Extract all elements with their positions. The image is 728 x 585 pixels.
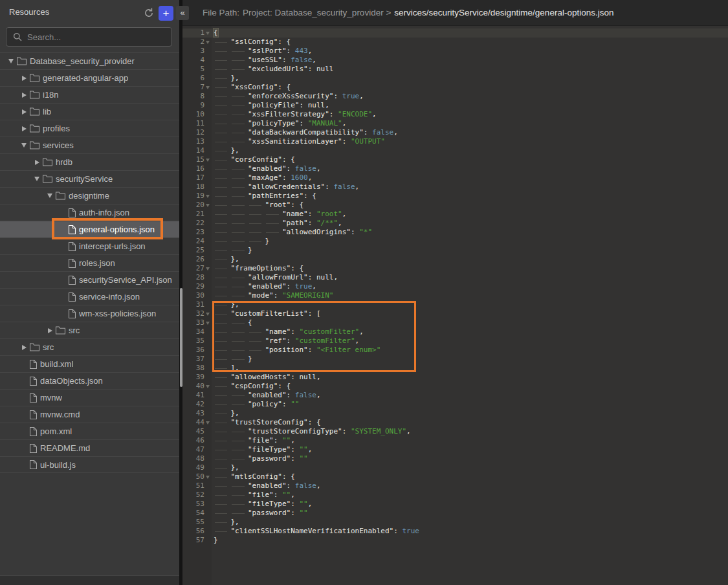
collapse-arrow-icon[interactable] [47, 193, 52, 198]
expand-arrow-icon[interactable] [22, 76, 27, 81]
code-line-26[interactable]: 26}, [182, 255, 728, 264]
add-button[interactable]: + [159, 6, 173, 21]
tree-item-build.xml[interactable]: build.xml [0, 355, 179, 372]
code-line-27[interactable]: 27"frameOptions": { [182, 264, 728, 273]
code-line-6[interactable]: 6}, [182, 74, 728, 83]
tree-item-securityService[interactable]: securityService [0, 170, 179, 187]
code-line-3[interactable]: 3"sslPort": 443, [182, 47, 728, 56]
tree-item-intercept-urls.json[interactable]: intercept-urls.json [0, 237, 179, 254]
fold-arrow-icon[interactable] [204, 28, 212, 38]
fold-arrow-icon[interactable] [204, 472, 212, 481]
search-box[interactable] [6, 27, 172, 47]
expand-arrow-icon[interactable] [22, 126, 27, 131]
tree-item-lib[interactable]: lib [0, 103, 179, 120]
code-line-8[interactable]: 8"enforceXssSecurity": true, [182, 92, 728, 101]
tree-item-mvnw[interactable]: mvnw [0, 389, 179, 406]
code-line-40[interactable]: 40"cspConfig": { [182, 382, 728, 391]
code-line-5[interactable]: 5"excludedUrls": null [182, 65, 728, 74]
collapse-arrow-icon[interactable] [21, 143, 27, 148]
code-line-30[interactable]: 30"mode": "SAMEORIGIN" [182, 291, 728, 300]
search-input[interactable] [27, 32, 171, 42]
code-line-41[interactable]: 41"enabled": false, [182, 391, 728, 400]
tree-item-src[interactable]: src [0, 322, 179, 338]
fold-arrow-icon[interactable] [204, 264, 212, 273]
code-line-18[interactable]: 18"allowCredentials": false, [182, 182, 728, 192]
sidebar-scrollbar-thumb[interactable] [180, 288, 182, 387]
code-line-51[interactable]: 51"enabled": false, [182, 481, 728, 491]
code-line-47[interactable]: 47"fileType": "", [182, 445, 728, 454]
tree-item-roles.json[interactable]: roles.json [0, 254, 179, 271]
code-line-32[interactable]: 32"customFilterList": [ [182, 309, 728, 318]
code-line-2[interactable]: 2"sslConfig": { [182, 38, 728, 47]
tree-item-README.md[interactable]: README.md [0, 439, 179, 456]
code-line-20[interactable]: 20"root": { [182, 201, 728, 210]
tree-item-mvnw.cmd[interactable]: mvnw.cmd [0, 406, 179, 423]
fold-arrow-icon[interactable] [204, 418, 212, 427]
code-line-31[interactable]: 31}, [182, 300, 728, 309]
code-line-33[interactable]: 33{ [182, 318, 728, 327]
fold-arrow-icon[interactable] [204, 382, 212, 391]
code-line-36[interactable]: 36"position": "<Filter enum>" [182, 346, 728, 355]
code-line-50[interactable]: 50"mtlsConfig": { [182, 472, 728, 481]
code-line-1[interactable]: 1{ [182, 28, 728, 38]
expand-arrow-icon[interactable] [22, 93, 27, 98]
tree-item-Database_security_provider[interactable]: Database_security_provider [0, 52, 179, 69]
tree-item-profiles[interactable]: profiles [0, 120, 179, 137]
code-line-11[interactable]: 11"policyType": "MANUAL", [182, 119, 728, 128]
code-line-9[interactable]: 9"policyFile": null, [182, 101, 728, 110]
tree-item-wm-xss-policies.json[interactable]: wm-xss-policies.json [0, 305, 179, 322]
code-line-53[interactable]: 53"fileType": "", [182, 500, 728, 509]
refresh-button[interactable] [142, 7, 155, 20]
code-line-12[interactable]: 12"dataBackwardCompatibility": false, [182, 128, 728, 137]
tree-item-services[interactable]: services [0, 137, 179, 153]
code-line-34[interactable]: 34"name": "customFilter", [182, 327, 728, 337]
code-line-22[interactable]: 22"path": "/**", [182, 219, 728, 228]
code-line-17[interactable]: 17"maxAge": 1600, [182, 173, 728, 182]
fold-arrow-icon[interactable] [204, 318, 212, 327]
collapse-panel-button[interactable]: « [176, 6, 189, 20]
code-line-44[interactable]: 44"trustStoreConfig": { [182, 418, 728, 427]
code-line-37[interactable]: 37} [182, 355, 728, 364]
code-line-21[interactable]: 21"name": "root", [182, 210, 728, 219]
fold-arrow-icon[interactable] [204, 192, 212, 201]
code-line-42[interactable]: 42"policy": "" [182, 400, 728, 409]
code-line-13[interactable]: 13"xssSanitizationLayer": "OUTPUT" [182, 137, 728, 146]
code-line-29[interactable]: 29"enabled": true, [182, 282, 728, 291]
fold-arrow-icon[interactable] [204, 155, 212, 164]
code-line-19[interactable]: 19"pathEntries": { [182, 192, 728, 201]
code-line-25[interactable]: 25} [182, 246, 728, 255]
fold-arrow-icon[interactable] [204, 38, 212, 47]
code-line-52[interactable]: 52"file": "", [182, 491, 728, 500]
code-line-14[interactable]: 14}, [182, 146, 728, 155]
code-line-28[interactable]: 28"allowFromUrl": null, [182, 273, 728, 282]
code-line-7[interactable]: 7"xssConfig": { [182, 83, 728, 92]
expand-arrow-icon[interactable] [22, 109, 27, 115]
expand-arrow-icon[interactable] [35, 160, 39, 165]
code-line-49[interactable]: 49}, [182, 463, 728, 472]
code-line-46[interactable]: 46"file": "", [182, 436, 728, 445]
code-line-35[interactable]: 35"ref": "customFilter", [182, 337, 728, 346]
fold-arrow-icon[interactable] [204, 201, 212, 210]
expand-arrow-icon[interactable] [22, 345, 27, 350]
fold-arrow-icon[interactable] [204, 83, 212, 92]
fold-arrow-icon[interactable] [204, 309, 212, 318]
code-line-4[interactable]: 4"useSSL": false, [182, 56, 728, 65]
collapse-arrow-icon[interactable] [8, 59, 14, 63]
expand-arrow-icon[interactable] [48, 328, 52, 333]
code-line-56[interactable]: 56"clientSSLHostNameVerificationEnabled"… [182, 527, 728, 536]
code-line-23[interactable]: 23"allowedOrigins": "*" [182, 228, 728, 237]
tree-item-securityService_API.json[interactable]: securityService_API.json [0, 271, 179, 288]
code-editor[interactable]: 1{2"sslConfig": {3"sslPort": 443,4"useSS… [182, 26, 728, 585]
code-line-43[interactable]: 43}, [182, 409, 728, 418]
sidebar-horizontal-scrollbar[interactable] [0, 575, 179, 585]
tree-item-i18n[interactable]: i18n [0, 86, 179, 103]
code-line-48[interactable]: 48"password": "" [182, 454, 728, 463]
tree-item-service-info.json[interactable]: service-info.json [0, 288, 179, 305]
tree-item-src[interactable]: src [0, 338, 179, 355]
tree-item-auth-info.json[interactable]: auth-info.json [0, 204, 179, 221]
code-line-38[interactable]: 38], [182, 364, 728, 373]
tree-item-dataObjects.json[interactable]: dataObjects.json [0, 372, 179, 389]
collapse-arrow-icon[interactable] [34, 177, 39, 181]
code-line-39[interactable]: 39"allowedHosts": null, [182, 373, 728, 382]
tree-item-general-options.json[interactable]: general-options.json [0, 221, 179, 237]
